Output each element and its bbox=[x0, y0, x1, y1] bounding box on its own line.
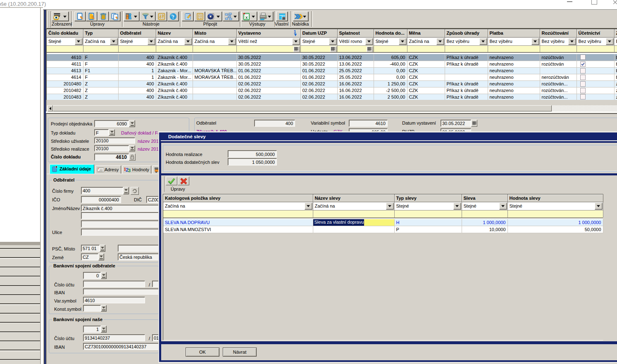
svg-text:?: ? bbox=[172, 14, 174, 20]
svg-text:x: x bbox=[245, 15, 248, 20]
